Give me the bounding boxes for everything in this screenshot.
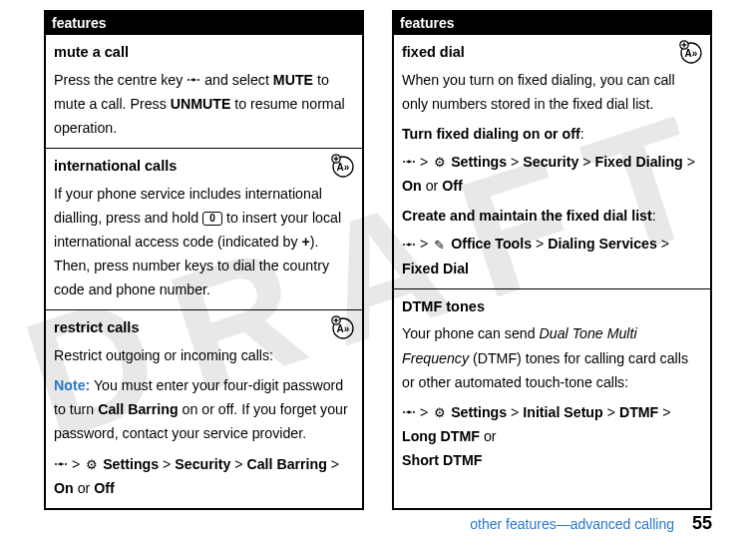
section-dtmf: DTMF tones Your phone can send Dual Tone… (394, 288, 710, 480)
path-short: Short DTMF (402, 452, 482, 468)
settings-icon: ⚙ (432, 406, 447, 420)
svg-point-14 (55, 463, 57, 465)
title-dtmf: DTMF tones (402, 294, 702, 319)
svg-point-2 (197, 79, 199, 81)
path-on: On (402, 178, 422, 194)
zero-key-icon: 0 (202, 212, 222, 226)
title-intl: international calls (54, 154, 354, 179)
fd-sub2: Create and maintain the fixed dial list: (402, 204, 702, 228)
path-init: Initial Setup (523, 404, 602, 420)
gt: > (607, 404, 619, 420)
gt: > (661, 236, 669, 252)
right-header: features (394, 12, 710, 34)
mute-label: MUTE (273, 72, 313, 88)
text: and select (200, 72, 273, 88)
path-long: Long DTMF (402, 428, 480, 444)
svg-text:A»: A» (337, 162, 350, 173)
path-security: Security (175, 456, 230, 472)
body-intl: If your phone service includes internati… (54, 182, 354, 302)
sim-badge-icon: A» (330, 153, 356, 179)
or: or (480, 428, 497, 444)
centre-key-icon (402, 157, 416, 167)
dtmf-path: > ⚙ Settings > Initial Setup > DTMF > Lo… (402, 400, 702, 472)
svg-point-15 (65, 463, 67, 465)
unmute-label: UNMUTE (171, 96, 231, 112)
svg-point-23 (413, 161, 415, 163)
section-intl-calls: A» international calls If your phone ser… (46, 148, 362, 309)
restrict-path: > ⚙ Settings > Security > Call Barring >… (54, 452, 354, 500)
sim-badge-icon: A» (678, 39, 704, 65)
centre-key-icon (402, 407, 416, 417)
path-cb: Call Barring (246, 456, 326, 472)
gt: > (511, 404, 523, 420)
svg-point-28 (403, 411, 405, 413)
note-label: Note: (54, 377, 90, 393)
path-settings: Settings (103, 456, 159, 472)
office-tools-icon: ✎ (432, 239, 447, 253)
text: Press the centre key (54, 72, 187, 88)
dtmf-line1: Your phone can send Dual Tone Multi Freq… (402, 321, 702, 393)
path-settings: Settings (451, 154, 507, 170)
section-mute-call: mute a call Press the centre key and sel… (46, 34, 362, 148)
title-mute: mute a call (54, 40, 354, 65)
svg-point-26 (413, 244, 415, 246)
restrict-line1: Restrict outgoing or incoming calls: (54, 343, 354, 367)
page-columns: features mute a call Press the centre ke… (0, 0, 756, 510)
gt: > (331, 456, 339, 472)
page-footer: other features—advanced calling 55 (470, 513, 712, 534)
path-fd: Fixed Dialing (594, 154, 682, 170)
gt: > (420, 404, 432, 420)
left-header: features (46, 12, 362, 34)
gt: > (662, 404, 670, 420)
svg-point-25 (403, 244, 405, 246)
gt: > (420, 154, 432, 170)
restrict-note: Note: You must enter your four-digit pas… (54, 373, 354, 445)
gt: > (72, 456, 84, 472)
plus-sign: + (301, 234, 309, 250)
title-fixed-dial: fixed dial (402, 40, 702, 65)
gt: > (420, 236, 432, 252)
gt: > (511, 154, 523, 170)
path-fdial: Fixed Dial (402, 261, 469, 276)
title-restrict: restrict calls (54, 315, 354, 340)
svg-point-1 (188, 79, 189, 81)
path-off: Off (442, 178, 463, 194)
callbarring-label: Call Barring (98, 401, 178, 417)
path-tools: Office Tools (451, 236, 532, 252)
path-settings: Settings (451, 404, 507, 420)
or: or (422, 178, 443, 194)
path-ds: Dialing Services (548, 236, 657, 252)
svg-point-22 (403, 161, 405, 163)
section-fixed-dial: A» fixed dial When you turn on fixed dia… (394, 34, 710, 288)
fd-path1: > ⚙ Settings > Security > Fixed Dialing … (402, 150, 702, 198)
gt: > (234, 456, 246, 472)
gt: > (582, 154, 594, 170)
path-on: On (54, 480, 74, 496)
settings-icon: ⚙ (432, 156, 447, 170)
sub2-label: Create and maintain the fixed dial list (402, 208, 652, 224)
fd-sub1: Turn fixed dialing on or off: (402, 122, 702, 146)
colon: : (652, 208, 656, 224)
left-column: features mute a call Press the centre ke… (44, 10, 364, 510)
svg-text:A»: A» (685, 48, 698, 59)
path-security: Security (523, 154, 578, 170)
gt: > (163, 456, 175, 472)
section-restrict-calls: A» restrict calls Restrict outgoing or i… (46, 309, 362, 507)
centre-key-icon (402, 240, 416, 250)
gt: > (536, 236, 548, 252)
page-number: 55 (692, 513, 712, 534)
text: Your phone can send (402, 325, 540, 341)
path-dtmf: DTMF (619, 404, 658, 420)
fd-line1: When you turn on fixed dialing, you can … (402, 68, 702, 116)
path-off: Off (94, 480, 115, 496)
colon: : (580, 126, 584, 142)
sim-badge-icon: A» (330, 314, 356, 340)
svg-point-29 (413, 411, 415, 413)
footer-text: other features—advanced calling (470, 516, 674, 532)
svg-text:A»: A» (337, 323, 350, 334)
centre-key-icon (187, 75, 200, 85)
or: or (74, 480, 95, 496)
gt: > (687, 154, 695, 170)
settings-icon: ⚙ (84, 458, 99, 472)
fd-path2: > ✎ Office Tools > Dialing Services > Fi… (402, 232, 702, 279)
